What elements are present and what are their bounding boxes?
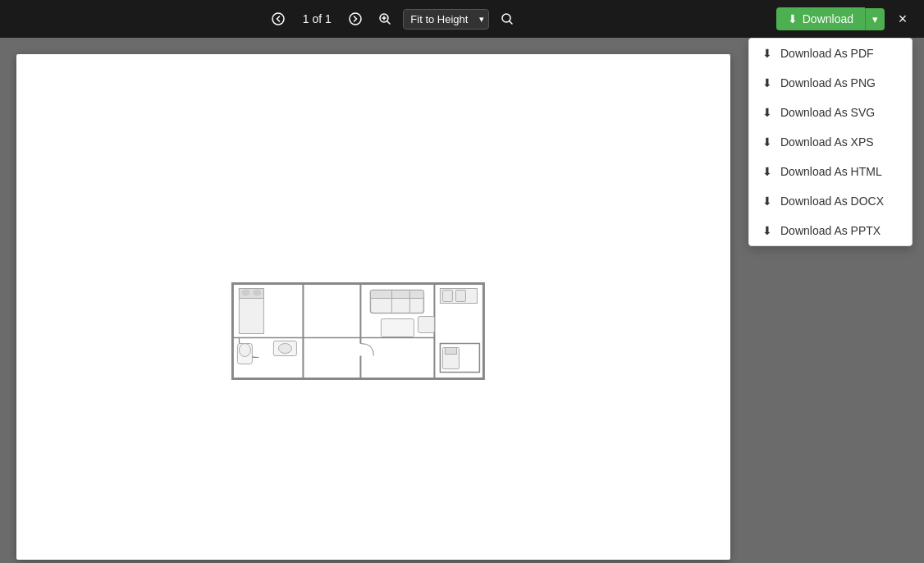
zoom-in-button[interactable] bbox=[373, 7, 396, 30]
download-xps-icon: ⬇ bbox=[762, 135, 772, 149]
toolbar-navigation: 1 of 1 Fit to Height Fit to Width 50% 75 bbox=[10, 7, 776, 30]
download-svg-label: Download As SVG bbox=[780, 106, 875, 119]
svg-rect-27 bbox=[442, 290, 452, 301]
download-png-item[interactable]: ⬇ Download As PNG bbox=[749, 68, 912, 98]
download-pdf-item[interactable]: ⬇ Download As PDF bbox=[749, 39, 912, 68]
download-html-item[interactable]: ⬇ Download As HTML bbox=[749, 157, 912, 186]
toolbar-right: ⬇ Download ▾ × bbox=[776, 7, 914, 30]
close-button[interactable]: × bbox=[891, 7, 914, 30]
download-btn-group: ⬇ Download ▾ bbox=[776, 7, 885, 30]
download-png-label: Download As PNG bbox=[780, 76, 876, 89]
download-pdf-label: Download As PDF bbox=[780, 47, 874, 60]
download-docx-item[interactable]: ⬇ Download As DOCX bbox=[749, 186, 912, 216]
toolbar: 1 of 1 Fit to Height Fit to Width 50% 75 bbox=[0, 0, 924, 38]
chevron-down-icon: ▾ bbox=[872, 13, 878, 25]
svg-rect-21 bbox=[370, 290, 423, 298]
download-pptx-label: Download As PPTX bbox=[780, 224, 881, 237]
close-label: × bbox=[899, 11, 908, 28]
download-dropdown-button[interactable]: ▾ bbox=[865, 8, 885, 30]
svg-point-19 bbox=[278, 343, 291, 353]
prev-page-button[interactable] bbox=[267, 7, 290, 30]
svg-rect-28 bbox=[455, 290, 465, 301]
page-number: 1 of 1 bbox=[296, 12, 337, 25]
download-html-label: Download As HTML bbox=[780, 165, 882, 178]
svg-rect-24 bbox=[381, 318, 414, 336]
svg-rect-31 bbox=[445, 347, 456, 354]
download-icon: ⬇ bbox=[788, 12, 798, 25]
next-page-button[interactable] bbox=[344, 7, 367, 30]
download-svg-icon: ⬇ bbox=[762, 106, 772, 119]
svg-point-0 bbox=[272, 13, 284, 25]
download-button[interactable]: ⬇ Download bbox=[776, 7, 865, 30]
svg-point-14 bbox=[241, 289, 249, 295]
document-page bbox=[16, 54, 730, 560]
zoom-select[interactable]: Fit to Height Fit to Width 50% 75% 100% … bbox=[403, 9, 489, 30]
download-xps-item[interactable]: ⬇ Download As XPS bbox=[749, 127, 912, 157]
download-docx-label: Download As DOCX bbox=[780, 195, 884, 208]
download-pptx-item[interactable]: ⬇ Download As PPTX bbox=[749, 216, 912, 245]
download-html-icon: ⬇ bbox=[762, 165, 772, 178]
download-docx-icon: ⬇ bbox=[762, 195, 772, 208]
svg-point-1 bbox=[350, 13, 361, 25]
zoom-search-button[interactable] bbox=[496, 7, 519, 30]
svg-point-15 bbox=[253, 289, 261, 295]
download-xps-label: Download As XPS bbox=[780, 135, 874, 149]
svg-rect-25 bbox=[418, 316, 434, 332]
download-pdf-icon: ⬇ bbox=[762, 47, 772, 60]
download-dropdown-menu: ⬇ Download As PDF ⬇ Download As PNG ⬇ Do… bbox=[748, 38, 913, 246]
download-svg-item[interactable]: ⬇ Download As SVG bbox=[749, 98, 912, 127]
svg-point-17 bbox=[239, 343, 250, 356]
download-png-icon: ⬇ bbox=[762, 76, 772, 89]
download-pptx-icon: ⬇ bbox=[762, 224, 772, 237]
floor-plan bbox=[231, 282, 485, 382]
zoom-select-wrapper: Fit to Height Fit to Width 50% 75% 100% … bbox=[403, 9, 489, 30]
download-label: Download bbox=[803, 12, 853, 25]
